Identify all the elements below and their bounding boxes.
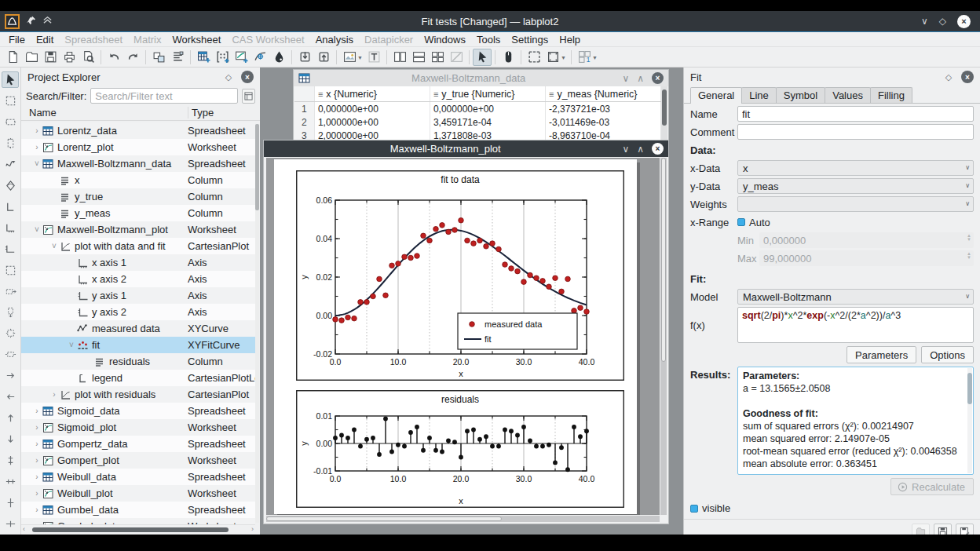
window-restore-icon[interactable]: ∧ [637,74,644,83]
tree-header[interactable]: Name Type [21,105,260,121]
tree-item-weibull-data[interactable]: ›Weibull_dataSpreadsheet [21,469,255,485]
tree-item-lorentz-plot[interactable]: ›Lorentz_plotWorksheet [21,139,255,155]
float-dock-icon[interactable]: ◇ [222,71,235,83]
expander-icon[interactable]: › [49,390,59,399]
spreadsheet-table[interactable]: ≡x {Numeric}≡y_true {Numeric}≡y_meas {Nu… [294,86,661,140]
column-header[interactable]: ≡x {Numeric} [315,86,430,101]
open-project-button[interactable] [22,49,41,66]
close-dock-icon[interactable]: × [241,71,254,83]
row-number[interactable]: 2 [294,115,315,129]
tab-general[interactable]: General [690,87,742,104]
close-dock-icon[interactable]: × [961,71,974,83]
options-button[interactable]: Options [921,346,974,363]
select-region-button[interactable] [525,49,543,66]
redo-button[interactable] [123,49,142,66]
grid-layout-button[interactable] [428,49,447,66]
add-x-axis-button[interactable] [2,220,19,236]
cell[interactable]: 1,000000e+00 [315,115,430,129]
spreadsheet-scrollbar[interactable] [661,86,667,140]
spreadsheet-row[interactable]: 10,000000e+000,000000e+00-2,373721e-03 [294,102,661,115]
expander-icon[interactable]: › [32,440,42,448]
zoom-select-button[interactable] [2,262,19,279]
expander-icon[interactable]: ˅ [49,242,59,250]
expander-icon[interactable]: › [32,407,42,415]
new-file-button[interactable] [3,49,22,66]
zoom-out-y-button[interactable] [2,516,19,532]
pin-icon[interactable] [26,15,36,27]
print-preview-button[interactable] [79,49,97,66]
vertical-layout-button[interactable] [390,49,409,66]
close-button[interactable]: × [957,15,971,28]
menu-settings[interactable]: Settings [506,33,554,46]
search-input[interactable] [90,88,238,104]
expander-icon[interactable]: › [32,489,42,498]
menu-edit[interactable]: Edit [31,33,59,46]
tree-item-plot-with-data-and-fit[interactable]: ˅plot with data and fitCartesianPlot [21,238,255,254]
new-matrix-button[interactable] [213,49,232,66]
tree-item-gumbel-data[interactable]: ›Gumbel_dataSpreadsheet [21,502,255,518]
expander-icon[interactable]: ˅ [32,159,42,168]
tree-item-fit[interactable]: ˅fitXYFitCurve [21,337,255,353]
page-numbering-button[interactable]: 1▼ [575,49,594,66]
cell[interactable]: 0,000000e+00 [315,102,430,115]
new-notes-button[interactable] [168,49,187,66]
navigate-zoom-button[interactable] [499,49,517,66]
tab-values[interactable]: Values [825,87,871,103]
tree-item-gumbel-plot[interactable]: ›Gumbel_plotWorksheet [21,518,255,524]
cell[interactable]: 2,000000e+00 [315,129,430,140]
tab-filling[interactable]: Filling [870,87,912,103]
zoom-out-axis-button[interactable] [2,473,19,490]
window-close-icon[interactable]: × [652,72,664,84]
horizontal-layout-button[interactable] [409,49,428,66]
cell[interactable]: -8,963710e-04 [546,129,661,140]
window-minimize-icon[interactable]: ∨ [622,144,629,154]
expander-icon[interactable]: › [32,473,42,481]
zoom-in-y-button[interactable] [2,494,19,511]
tree-item-y-axis-1[interactable]: y axis 1Axis [21,287,255,304]
tree-item-residuals[interactable]: residualsColumn [21,353,255,370]
results-scrollbar[interactable] [967,368,972,473]
scroll-right-icon[interactable]: › [251,525,254,533]
zoom-x-select-button[interactable] [2,283,19,300]
expander-icon[interactable]: › [32,456,42,465]
expander-icon[interactable]: ˅ [32,225,42,234]
shift-right-x-button[interactable] [2,389,19,405]
float-dock-icon[interactable]: ◇ [942,71,955,83]
export-data-button[interactable] [314,49,333,66]
expander-icon[interactable]: › [32,143,42,151]
tree-column-type[interactable]: Type [188,107,260,119]
shift-down-y-button[interactable] [2,431,19,447]
tree-item-gompert-plot[interactable]: ›Gompert_plotWorksheet [21,452,255,469]
new-worksheet-button[interactable] [232,49,250,66]
menu-help[interactable]: Help [554,33,586,46]
export-image-button[interactable]: ▼ [340,49,359,66]
tree-item-sigmoid-plot[interactable]: ›Sigmoid_plotWorksheet [21,419,255,436]
shade-icon[interactable] [42,15,53,27]
parameters-button[interactable]: Parameters [847,346,916,363]
maximize-button[interactable]: ◇ [939,16,946,26]
import-data-button[interactable] [295,49,314,66]
break-layout-button[interactable] [447,49,466,66]
column-header[interactable]: ≡y_true {Numeric} [430,86,546,101]
crosshair-tool-button[interactable] [2,93,19,109]
worksheet-vertical-scrollbar[interactable] [660,158,667,515]
cell[interactable]: 3,459171e-04 [430,115,546,129]
worksheet-page[interactable]: fit to data0.010.020.030.040.0xy-0.020.0… [274,159,637,514]
shift-left-x-button[interactable] [2,367,19,384]
expander-icon[interactable]: ˅ [67,341,76,349]
tree-item-plot-with-residuals[interactable]: ›plot with residualsCartesianPlot [21,386,255,403]
formula-editor[interactable]: sqrt(2/pi)*x^2*exp(-x^2/(2*a^2))/a^3 [737,307,974,343]
add-legend-button[interactable] [2,199,19,215]
spreadsheet-window-titlebar[interactable]: Maxwell-Boltzmann_data ∨ ∧ × [294,70,668,86]
tree-item-weibull-plot[interactable]: ›Weibull_plotWorksheet [21,485,255,502]
new-spreadsheet-button[interactable] [194,49,213,66]
zoom-y-select-button[interactable] [2,304,19,320]
auto-scale-button[interactable] [2,325,19,341]
row-number[interactable]: 1 [294,102,315,115]
expander-icon[interactable]: › [32,126,42,135]
tab-line[interactable]: Line [741,87,777,103]
visible-checkbox[interactable] [690,505,698,513]
window-close-icon[interactable]: × [652,143,664,155]
tree-item-y-true[interactable]: y_trueColumn [21,188,255,205]
worksheet-window-titlebar[interactable]: Maxwell-Boltzmann_plot ∨ ∧ × [264,140,668,157]
